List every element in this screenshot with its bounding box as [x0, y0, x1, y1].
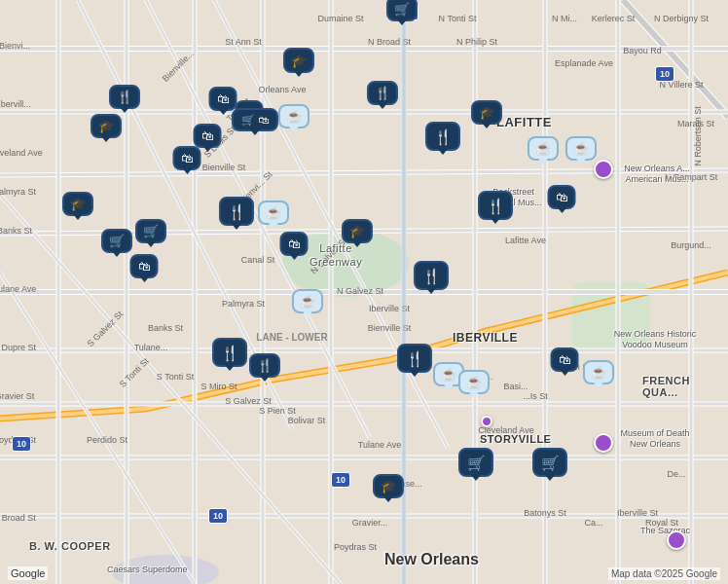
marker-food-2[interactable]: 🍴 — [109, 85, 140, 109]
marker-shop-7[interactable]: 🛍 — [548, 185, 576, 209]
svg-text:Poydras St: Poydras St — [334, 542, 378, 552]
svg-text:Burgund...: Burgund... — [671, 240, 711, 250]
marker-food-4[interactable]: 🍴 — [219, 197, 254, 226]
svg-text:Basi...: Basi... — [503, 382, 528, 391]
svg-text:N Philip St: N Philip St — [456, 37, 498, 47]
marker-food-3[interactable]: 🍴 — [425, 122, 460, 151]
svg-text:Gravier...: Gravier... — [352, 518, 388, 528]
svg-text:N Derbigny St: N Derbigny St — [654, 14, 710, 23]
svg-text:Palmyra St: Palmyra St — [0, 187, 37, 197]
marker-shop-5[interactable]: 🛍 — [130, 254, 159, 278]
marker-food-6[interactable]: 🍴 — [414, 261, 449, 290]
marker-food-8[interactable]: 🍴 — [249, 353, 280, 378]
interstate-shield-10-mid: 10 — [208, 508, 228, 524]
marker-edu-4[interactable]: 🎓 — [91, 114, 122, 138]
marker-edu-3[interactable]: 🎓 — [62, 192, 93, 216]
interstate-shield-10-e: 10 — [331, 472, 350, 488]
svg-text:Ibervill...: Ibervill... — [0, 99, 31, 109]
svg-text:N Rampart St: N Rampart St — [665, 172, 718, 182]
svg-text:Palmyra St: Palmyra St — [222, 299, 266, 309]
svg-text:Bayou Rd: Bayou Rd — [623, 46, 662, 55]
svg-text:Tulane Ave: Tulane Ave — [358, 440, 402, 450]
marker-coffee-7[interactable]: ☕ — [458, 370, 490, 394]
svg-text:Iberville St: Iberville St — [617, 508, 659, 518]
marker-coffee-2[interactable]: ☕ — [258, 201, 289, 225]
svg-text:N Galvez St: N Galvez St — [337, 286, 384, 296]
svg-text:Lafitte Ave: Lafitte Ave — [505, 236, 546, 245]
marker-edu-1[interactable]: 🎓 — [283, 48, 314, 73]
marker-food-5[interactable]: 🍴 — [478, 191, 513, 220]
svg-text:Gravier St: Gravier St — [0, 391, 35, 401]
interstate-shield-10-w: 10 — [12, 436, 31, 452]
marker-shop-8[interactable]: 🛍 — [551, 347, 579, 372]
marker-food-7[interactable]: 🍴 — [212, 338, 247, 367]
marker-shopping-1[interactable]: 🛒 — [386, 0, 418, 21]
svg-text:Banks St: Banks St — [0, 226, 33, 236]
interstate-shield-10-ne: 10 — [655, 66, 674, 82]
marker-edu-5[interactable]: 🎓 — [373, 474, 404, 498]
marker-coffee-1[interactable]: ☕ — [278, 104, 309, 128]
svg-text:N Mi...: N Mi... — [552, 14, 577, 23]
svg-text:Kerlerec St: Kerlerec St — [592, 14, 636, 23]
svg-text:N Tonti St: N Tonti St — [439, 14, 477, 23]
svg-text:LANE - LOWER: LANE - LOWER — [256, 332, 328, 343]
marker-shop-4[interactable]: 🛍 — [173, 146, 201, 170]
svg-text:Bienvi...: Bienvi... — [0, 41, 30, 51]
svg-text:Perdido St: Perdido St — [87, 435, 128, 445]
svg-text:S Galvez St: S Galvez St — [225, 396, 272, 406]
marker-shop-6[interactable]: 🛍 — [280, 232, 309, 256]
svg-text:Orleans Ave: Orleans Ave — [259, 85, 307, 94]
svg-text:S Tonti St: S Tonti St — [157, 372, 195, 382]
svg-text:De...: De... — [667, 469, 685, 479]
location-marker-nola-museum[interactable] — [594, 160, 613, 179]
svg-text:Banks St: Banks St — [148, 323, 184, 333]
svg-text:N Robertson St: N Robertson St — [693, 106, 703, 166]
location-marker-sazerac[interactable] — [667, 530, 686, 550]
marker-edu-6[interactable]: 🎓 — [471, 100, 502, 125]
marker-shop-3[interactable]: 🛍 — [194, 124, 222, 148]
marker-food-1[interactable]: 🍴 — [367, 81, 398, 105]
svg-text:S Broad St: S Broad St — [0, 513, 36, 523]
marker-coffee-5[interactable]: ☕ — [565, 136, 597, 161]
svg-text:Tulane...: Tulane... — [134, 343, 168, 352]
marker-coffee-8[interactable]: ☕ — [583, 360, 614, 384]
svg-text:Ca...: Ca... — [584, 518, 602, 528]
google-attribution: Google — [8, 566, 48, 580]
map-data-attribution: Map data ©2025 Google — [608, 567, 720, 580]
svg-text:Royal St: Royal St — [645, 518, 679, 528]
map-container[interactable]: N Broad St N Philip St Dumaine St N Tont… — [0, 0, 728, 584]
marker-cart-1[interactable]: 🛒 — [135, 219, 166, 243]
marker-cluster-1[interactable]: 🛒 🛍 — [232, 108, 278, 131]
marker-cart-4[interactable]: 🛒 — [532, 448, 567, 477]
location-marker-storyville-small[interactable] — [481, 416, 492, 427]
marker-food-9[interactable]: 🍴 — [397, 344, 432, 373]
svg-text:Canal St: Canal St — [241, 255, 275, 265]
svg-text:Cleveland Ave: Cleveland Ave — [0, 148, 43, 158]
svg-text:S Dupre St: S Dupre St — [0, 343, 37, 352]
svg-text:Tulane Ave: Tulane Ave — [0, 284, 36, 294]
location-marker-death-museum[interactable] — [594, 433, 613, 453]
marker-cart-2[interactable]: 🛒 — [101, 229, 132, 253]
svg-text:Dumaine St: Dumaine St — [317, 14, 364, 23]
marker-coffee-3[interactable]: ☕ — [292, 289, 323, 313]
svg-text:S Pien St: S Pien St — [259, 406, 296, 416]
svg-text:Bolivar St: Bolivar St — [288, 416, 326, 425]
svg-text:Esplanade Ave: Esplanade Ave — [555, 58, 613, 68]
svg-text:St Ann St: St Ann St — [225, 37, 262, 47]
svg-text:S Miro St: S Miro St — [200, 382, 237, 391]
marker-coffee-4[interactable]: ☕ — [528, 136, 559, 161]
svg-text:...Is St: ...Is St — [523, 391, 548, 401]
marker-edu-2[interactable]: 🎓 — [342, 219, 373, 243]
marker-cart-3[interactable]: 🛒 — [458, 448, 493, 477]
svg-text:Bienville St: Bienville St — [202, 163, 246, 172]
svg-text:Batonys St: Batonys St — [524, 508, 566, 518]
